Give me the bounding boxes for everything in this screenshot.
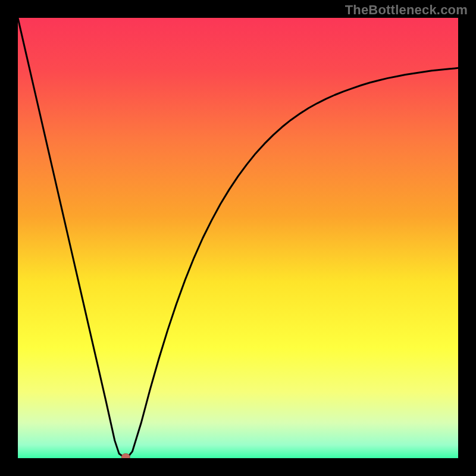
- watermark-text: TheBottleneck.com: [345, 2, 468, 18]
- minimum-marker: [121, 453, 130, 458]
- bottleneck-chart: [18, 18, 458, 458]
- gradient-background: [18, 18, 458, 458]
- plot-area: [18, 18, 458, 458]
- chart-frame: TheBottleneck.com: [0, 0, 476, 476]
